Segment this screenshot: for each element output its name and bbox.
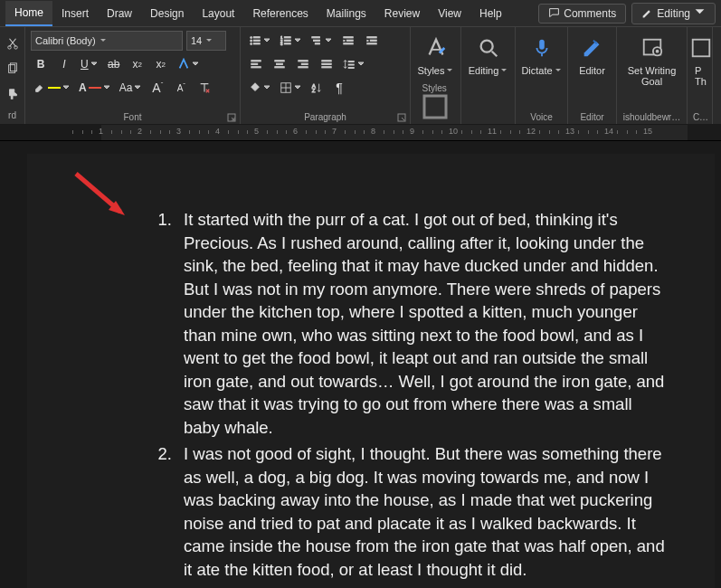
justify-button[interactable] xyxy=(317,54,337,74)
svg-rect-19 xyxy=(314,40,320,41)
cut-button[interactable] xyxy=(3,34,23,52)
svg-rect-20 xyxy=(315,43,319,44)
increase-indent-button[interactable] xyxy=(362,31,382,51)
italic-button[interactable]: I xyxy=(54,54,74,74)
tab-insert[interactable]: Insert xyxy=(52,2,98,25)
show-marks-button[interactable]: ¶ xyxy=(329,78,349,98)
shrink-font-button[interactable]: Aˇ xyxy=(171,78,191,98)
tab-help[interactable]: Help xyxy=(470,2,511,25)
svg-rect-13 xyxy=(284,37,290,38)
font-size-combo[interactable]: 14 xyxy=(186,31,226,51)
svg-rect-50 xyxy=(539,40,545,50)
styles-group-label: Styles xyxy=(422,80,449,122)
svg-rect-27 xyxy=(251,61,261,62)
tab-design[interactable]: Design xyxy=(141,2,193,25)
document-area[interactable]: It started with the purr of a cat. I got… xyxy=(0,141,721,588)
borders-button[interactable] xyxy=(277,78,304,98)
bullets-button[interactable] xyxy=(246,31,273,51)
text-effects-button[interactable] xyxy=(175,54,202,74)
highlight-button[interactable] xyxy=(31,78,72,98)
styles-button[interactable] xyxy=(424,33,448,63)
font-group: Calibri (Body) 14 B I U ab x2 x2 A xyxy=(25,27,241,124)
paragraph-dialog-launcher[interactable] xyxy=(397,113,406,122)
svg-point-53 xyxy=(655,50,659,53)
comments-button[interactable]: Comments xyxy=(538,4,626,24)
writing-goal-group: Set WritingGoal ishouldbewr… xyxy=(617,27,688,124)
editing-group: Editing xyxy=(461,27,516,124)
font-dialog-launcher[interactable] xyxy=(227,113,236,122)
dictate-group: Dictate Voice xyxy=(516,27,568,124)
svg-text:3: 3 xyxy=(280,42,283,46)
tab-review[interactable]: Review xyxy=(375,2,429,25)
font-color-button[interactable]: A xyxy=(76,78,113,98)
tab-mailings[interactable]: Mailings xyxy=(318,2,375,25)
font-group-label: Font xyxy=(31,109,234,122)
tab-draw[interactable]: Draw xyxy=(98,2,141,25)
editing-mode-button[interactable]: Editing xyxy=(631,3,716,24)
menu-bar: Home Insert Draw Design Layout Reference… xyxy=(0,0,721,27)
svg-line-55 xyxy=(76,174,120,212)
font-name-combo[interactable]: Calibri (Body) xyxy=(31,31,183,51)
svg-point-10 xyxy=(251,43,252,44)
partial-button[interactable] xyxy=(689,33,713,63)
strikethrough-button[interactable]: ab xyxy=(104,54,124,74)
chevron-down-icon xyxy=(694,6,706,21)
horizontal-ruler[interactable]: 123456789101112131415 xyxy=(0,125,721,141)
tab-references[interactable]: References xyxy=(243,2,317,25)
dictate-button[interactable] xyxy=(530,33,554,63)
chevron-down-icon xyxy=(100,35,107,46)
list-item[interactable]: I wondered if my cat was still there som… xyxy=(176,584,669,588)
editing-label: Editing xyxy=(657,7,690,20)
tab-home[interactable]: Home xyxy=(5,1,52,26)
list-item[interactable]: I was not good of sight, I thought. But … xyxy=(176,442,669,581)
numbering-button[interactable]: 123 xyxy=(277,31,304,51)
set-writing-goal-button[interactable] xyxy=(640,33,664,63)
svg-rect-34 xyxy=(301,63,308,64)
superscript-button[interactable]: x2 xyxy=(151,54,171,74)
svg-rect-24 xyxy=(367,37,377,38)
line-spacing-button[interactable] xyxy=(340,54,367,74)
sort-button[interactable]: AZ xyxy=(308,78,326,98)
svg-rect-15 xyxy=(284,40,290,41)
svg-rect-23 xyxy=(344,43,354,44)
svg-point-6 xyxy=(251,36,252,38)
ribbon: rd Calibri (Body) 14 B I U ab x2 x2 xyxy=(0,27,721,125)
tab-view[interactable]: View xyxy=(429,2,470,25)
clear-formatting-button[interactable] xyxy=(194,78,214,98)
page[interactable]: It started with the purr of a cat. I got… xyxy=(27,154,715,588)
partial-group: PTh C… xyxy=(688,27,713,124)
svg-rect-7 xyxy=(253,37,260,38)
styles-group: Styles Styles xyxy=(411,27,461,124)
align-center-button[interactable] xyxy=(270,54,289,74)
subscript-button[interactable]: x2 xyxy=(128,54,147,74)
decrease-indent-button[interactable] xyxy=(338,31,358,51)
clipboard-label: rd xyxy=(8,110,16,124)
chevron-down-icon xyxy=(205,35,213,46)
svg-rect-11 xyxy=(253,43,260,44)
svg-rect-18 xyxy=(312,37,320,38)
svg-rect-38 xyxy=(322,67,332,68)
list-item[interactable]: It started with the purr of a cat. I got… xyxy=(176,208,669,439)
bold-button[interactable]: B xyxy=(31,54,51,74)
find-button[interactable] xyxy=(477,33,500,63)
align-right-button[interactable] xyxy=(293,54,313,74)
format-painter-button[interactable] xyxy=(3,85,23,103)
tab-layout[interactable]: Layout xyxy=(193,2,243,25)
multilevel-list-button[interactable] xyxy=(308,31,335,51)
svg-rect-17 xyxy=(284,43,290,44)
change-case-button[interactable]: Aa xyxy=(117,78,145,98)
editor-group: Editor Editor xyxy=(568,27,617,124)
shading-button[interactable] xyxy=(246,78,273,98)
numbered-list: It started with the purr of a cat. I got… xyxy=(72,208,669,588)
comments-label: Comments xyxy=(564,7,616,20)
partial-group-label: C… xyxy=(693,109,708,122)
grow-font-button[interactable]: Aˆ xyxy=(147,78,167,98)
copy-button[interactable] xyxy=(3,60,23,78)
font-size-value: 14 xyxy=(191,35,202,46)
underline-button[interactable]: U xyxy=(78,54,100,74)
styles-dialog-launcher[interactable] xyxy=(422,112,449,122)
align-left-button[interactable] xyxy=(246,54,266,74)
editor-button[interactable] xyxy=(581,33,604,63)
svg-rect-48 xyxy=(424,96,446,118)
svg-point-8 xyxy=(251,40,252,42)
